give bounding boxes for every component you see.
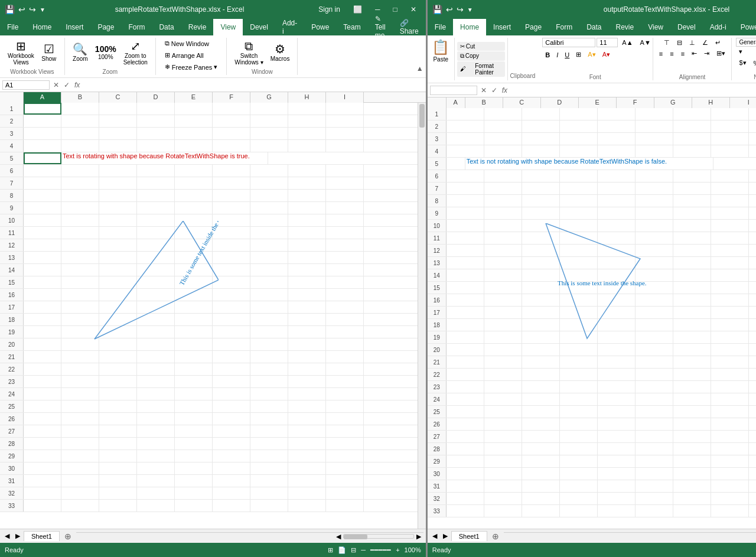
right-copy-btn[interactable]: ⧉ Copy	[457, 51, 505, 61]
left-tab-view[interactable]: View	[213, 19, 243, 35]
left-formula-input[interactable]	[83, 81, 423, 89]
cell-14-1-right-rows-after5[interactable]	[484, 269, 522, 281]
cell-24-4-right-rows-after5[interactable]	[598, 393, 636, 405]
cell-7-3-right-rows-after5[interactable]	[560, 183, 598, 194]
cell-11-5-left-rows-after5[interactable]	[213, 227, 250, 239]
cell-10-5-left-rows-after5[interactable]	[213, 214, 250, 226]
right-col-G[interactable]: G	[654, 97, 692, 108]
cell-19-3-right-rows-after5[interactable]	[560, 331, 598, 343]
cell-1-2-left-rows[interactable]	[99, 103, 137, 115]
right-tab-addins[interactable]: Add-i	[703, 19, 734, 35]
cell-4-8-right-rows[interactable]	[749, 145, 756, 157]
cell-6-0-left-rows-after5[interactable]	[24, 165, 61, 177]
cell-33-3-right-rows-after5[interactable]	[560, 505, 598, 517]
cell-18-5-left-rows-after5[interactable]	[213, 314, 250, 325]
cell-31-7-right-rows-after5[interactable]	[711, 480, 749, 492]
cell-10-6-left-rows-after5[interactable]	[250, 214, 288, 226]
left-tab-insert[interactable]: Insert	[58, 19, 90, 35]
cell-28-4-right-rows-after5[interactable]	[598, 443, 636, 455]
cell-30-1-left-rows-after5[interactable]	[61, 462, 99, 474]
cell-9-6-right-rows-after5[interactable]	[673, 207, 711, 219]
cell-6-0-right-rows-after5[interactable]	[447, 170, 484, 182]
cell-25-1-right-rows-after5[interactable]	[484, 406, 522, 418]
cell-30-7-right-rows-after5[interactable]	[711, 468, 749, 480]
cell-7-5-right-rows-after5[interactable]	[636, 183, 673, 194]
cell-29-4-right-rows-after5[interactable]	[598, 455, 636, 467]
cell-9-7-left-rows-after5[interactable]	[288, 202, 326, 214]
right-tab-power[interactable]: Powe	[734, 19, 756, 35]
cell-4-7-left-rows[interactable]	[288, 140, 326, 152]
cell-26-6-right-rows-after5[interactable]	[673, 418, 711, 430]
cell-23-1-right-rows-after5[interactable]	[484, 381, 522, 393]
left-zoom-selection-btn[interactable]: ⤢ Zoom toSelection	[120, 38, 151, 67]
cell-6-1-left-rows-after5[interactable]	[61, 165, 99, 177]
cell-30-8-left-rows-after5[interactable]	[326, 462, 364, 474]
cell-32-0-right-rows-after5[interactable]	[447, 493, 484, 504]
cell-11-2-left-rows-after5[interactable]	[99, 227, 137, 239]
left-tab-data[interactable]: Data	[152, 19, 181, 35]
cell-33-2-left-rows-after5[interactable]	[99, 500, 137, 512]
cell-31-8-left-rows-after5[interactable]	[326, 475, 364, 487]
cell-14-7-left-rows-after5[interactable]	[288, 264, 326, 276]
cell-23-4-left-rows-after5[interactable]	[175, 376, 213, 387]
left-zoom-slider[interactable]: ━━━━━	[370, 546, 391, 554]
cell-25-3-right-rows-after5[interactable]	[560, 406, 598, 418]
cell-1-6-left-rows[interactable]	[250, 103, 288, 115]
cell-26-1-left-rows-after5[interactable]	[61, 413, 99, 425]
cell-16-7-left-rows-after5[interactable]	[288, 289, 326, 301]
cell-11-4-right-rows-after5[interactable]	[598, 232, 636, 244]
cell-27-7-right-rows-after5[interactable]	[711, 431, 749, 442]
cell-18-5-right-rows-after5[interactable]	[636, 319, 673, 331]
cell-15-1-right-rows-after5[interactable]	[484, 282, 522, 294]
cell-12-5-left-rows-after5[interactable]	[213, 239, 250, 251]
cell-10-0-right-rows-after5[interactable]	[447, 220, 484, 232]
cell-3-0-left-rows[interactable]	[24, 128, 61, 139]
right-tab-form[interactable]: Form	[549, 19, 579, 35]
cell-26-2-left-rows-after5[interactable]	[99, 413, 137, 425]
cell-28-0-right-rows-after5[interactable]	[447, 443, 484, 455]
cell-11-3-left-rows-after5[interactable]	[137, 227, 175, 239]
cell-29-6-left-rows-after5[interactable]	[250, 450, 288, 462]
cell-7-6-right-rows-after5[interactable]	[673, 183, 711, 194]
cell-7-6-left-rows-after5[interactable]	[250, 177, 288, 189]
cell-15-6-right-rows-after5[interactable]	[673, 282, 711, 294]
cell-20-6-right-rows-after5[interactable]	[673, 344, 711, 356]
cell-7-2-right-rows-after5[interactable]	[522, 183, 560, 194]
cell-10-1-left-rows-after5[interactable]	[61, 214, 99, 226]
cell-16-3-left-rows-after5[interactable]	[137, 289, 175, 301]
right-align-right-btn[interactable]: ≡	[678, 48, 687, 58]
right-formula-fx[interactable]: fx	[501, 86, 509, 95]
cell-14-5-left-rows-after5[interactable]	[213, 264, 250, 276]
cell-10-5-right-rows-after5[interactable]	[636, 220, 673, 232]
cell-12-3-right-rows-after5[interactable]	[560, 245, 598, 256]
cell-15-3-left-rows-after5[interactable]	[137, 276, 175, 288]
cell-4-1-right-rows[interactable]	[484, 145, 522, 157]
cell-27-0-left-rows-after5[interactable]	[24, 425, 61, 437]
cell-7-0-right-rows-after5[interactable]	[447, 183, 484, 194]
cell-32-5-right-rows-after5[interactable]	[636, 493, 673, 504]
cell-25-2-right-rows-after5[interactable]	[522, 406, 560, 418]
cell-13-6-right-rows-after5[interactable]	[673, 257, 711, 269]
cell-30-2-left-rows-after5[interactable]	[99, 462, 137, 474]
cell-7-4-right-rows-after5[interactable]	[598, 183, 636, 194]
cell-23-5-left-rows-after5[interactable]	[213, 376, 250, 387]
cell-22-4-right-rows-after5[interactable]	[598, 369, 636, 380]
cell-10-7-left-rows-after5[interactable]	[288, 214, 326, 226]
cell-15-2-left-rows-after5[interactable]	[99, 276, 137, 288]
cell-33-1-right-rows-after5[interactable]	[484, 505, 522, 517]
cell-1-8-right-rows[interactable]	[749, 108, 756, 120]
cell-20-4-right-rows-after5[interactable]	[598, 344, 636, 356]
cell-2-7-left-rows[interactable]	[288, 115, 326, 127]
cell-19-5-right-rows-after5[interactable]	[636, 331, 673, 343]
left-scroll-left-btn[interactable]: ◀	[336, 533, 341, 540]
cell-18-6-right-rows-after5[interactable]	[673, 319, 711, 331]
right-align-center-btn[interactable]: ≡	[667, 48, 676, 58]
cell-18-2-left-rows-after5[interactable]	[99, 314, 137, 325]
cell-25-4-left-rows-after5[interactable]	[175, 400, 213, 412]
cell-8-8-left-rows-after5[interactable]	[326, 190, 364, 201]
right-indent-dec-btn[interactable]: ⇤	[689, 48, 700, 58]
right-align-middle-btn[interactable]: ⊟	[674, 38, 685, 48]
left-show-btn[interactable]: ☑ Show	[38, 41, 60, 64]
right-underline-btn[interactable]: U	[562, 50, 572, 60]
cell-24-2-right-rows-after5[interactable]	[522, 393, 560, 405]
